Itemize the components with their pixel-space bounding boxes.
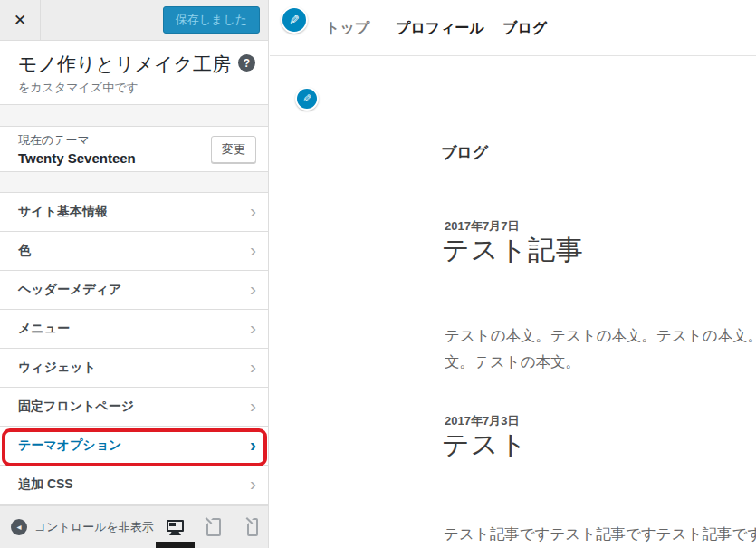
menu-item-label: ウィジェット (18, 360, 96, 376)
menu-item-site-identity[interactable]: サイト基本情報 › (0, 193, 268, 232)
phone-fold-shape (247, 518, 254, 524)
menu-item-colors[interactable]: 色 › (0, 232, 268, 271)
hide-controls-button[interactable]: ◂ コントロールを非表示 (11, 519, 154, 535)
current-theme-section: 現在のテーマ Twenty Seventeen 変更 (0, 127, 268, 172)
mobile-preview-icon[interactable] (247, 518, 258, 536)
menu-item-widgets[interactable]: ウィジェット › (0, 349, 268, 388)
menu-item-menus[interactable]: メニュー › (0, 310, 268, 349)
help-icon[interactable]: ? (238, 54, 255, 72)
section-divider (0, 172, 268, 193)
edit-menu-pencil-button[interactable]: ✎ (281, 6, 308, 34)
menu-item-additional-css[interactable]: 追加 CSS › (0, 466, 268, 505)
save-button[interactable]: 保存しました (163, 6, 260, 34)
chevron-right-icon: › (250, 201, 256, 223)
nav-link-blog[interactable]: ブログ (502, 19, 547, 38)
nav-link-profile[interactable]: プロフィール (396, 19, 484, 38)
desktop-stand-shape (169, 532, 181, 535)
menu-item-header-media[interactable]: ヘッダーメディア › (0, 271, 268, 310)
tablet-preview-icon[interactable] (206, 518, 221, 536)
menu-item-label: 追加 CSS (18, 476, 73, 493)
current-theme-name: Twenty Seventeen (18, 150, 136, 166)
site-preview-pane: ✎ トップ プロフィール ブログ ✎ ブログ 2017年7月7日 テスト記事 テ… (270, 0, 756, 548)
chevron-right-icon: › (250, 240, 256, 262)
menu-item-label: サイト基本情報 (18, 204, 108, 220)
customizer-title-section: モノ作りとリメイク工房 ? をカスタマイズ中です (0, 41, 268, 105)
menu-item-label: 色 (18, 243, 31, 259)
close-icon: ✕ (14, 11, 26, 30)
customizer-topbar: ✕ 保存しました (0, 0, 268, 41)
menu-item-theme-options[interactable]: テーマオプション › (0, 427, 268, 466)
section-divider (0, 105, 268, 127)
current-theme-info: 現在のテーマ Twenty Seventeen (18, 132, 136, 166)
menu-item-label: メニュー (18, 321, 70, 337)
site-navigation-bar: ✎ トップ プロフィール ブログ (270, 0, 756, 56)
chevron-right-icon: › (250, 396, 256, 418)
desktop-preview-icon[interactable] (167, 520, 184, 535)
menu-item-label: ヘッダーメディア (18, 282, 121, 298)
menu-item-static-front-page[interactable]: 固定フロントページ › (0, 388, 268, 427)
pencil-icon: ✎ (302, 93, 311, 104)
post-title-link[interactable]: テスト記事 (442, 232, 584, 269)
post-excerpt-line: テストの本文。テストの本文。テストの本文。テストの本 (445, 326, 756, 346)
desktop-screen-shape (167, 520, 184, 532)
close-customizer-button[interactable]: ✕ (0, 0, 41, 40)
chevron-right-icon: › (250, 357, 256, 379)
collapse-arrow-icon: ◂ (11, 519, 27, 535)
customizer-sidebar: ✕ 保存しました モノ作りとリメイク工房 ? をカスタマイズ中です 現在のテーマ… (0, 0, 269, 548)
hide-controls-label: コントロールを非表示 (34, 519, 154, 535)
selected-device-underline (156, 542, 195, 548)
site-title: モノ作りとリメイク工房 (18, 53, 228, 75)
pencil-icon: ✎ (289, 14, 300, 26)
menu-item-label: 固定フロントページ (18, 399, 134, 415)
current-theme-label: 現在のテーマ (18, 132, 136, 149)
tablet-fold-shape (206, 518, 213, 524)
chevron-right-icon: › (250, 318, 256, 340)
nav-link-top[interactable]: トップ (325, 19, 369, 38)
post-excerpt-line: 文。テストの本文。 (445, 352, 580, 372)
customizer-menu: サイト基本情報 › 色 › ヘッダーメディア › メニュー › ウィジェット ›… (0, 193, 268, 505)
post-excerpt-line: テスト記事ですテスト記事ですテスト記事ですテスト記事です (444, 524, 756, 544)
customizing-subtitle: をカスタマイズ中です (18, 80, 228, 96)
post-title-link[interactable]: テスト (442, 427, 528, 464)
customizer-bottom-bar: ◂ コントロールを非表示 (0, 505, 268, 548)
question-mark-glyph: ? (244, 57, 250, 70)
edit-content-pencil-button[interactable]: ✎ (295, 87, 319, 111)
blog-page-title: ブログ (441, 142, 488, 163)
menu-item-label: テーマオプション (18, 437, 121, 454)
change-theme-button[interactable]: 変更 (211, 136, 256, 163)
chevron-right-icon: › (250, 279, 256, 301)
chevron-right-icon: › (250, 474, 256, 495)
chevron-right-icon: › (250, 435, 256, 457)
